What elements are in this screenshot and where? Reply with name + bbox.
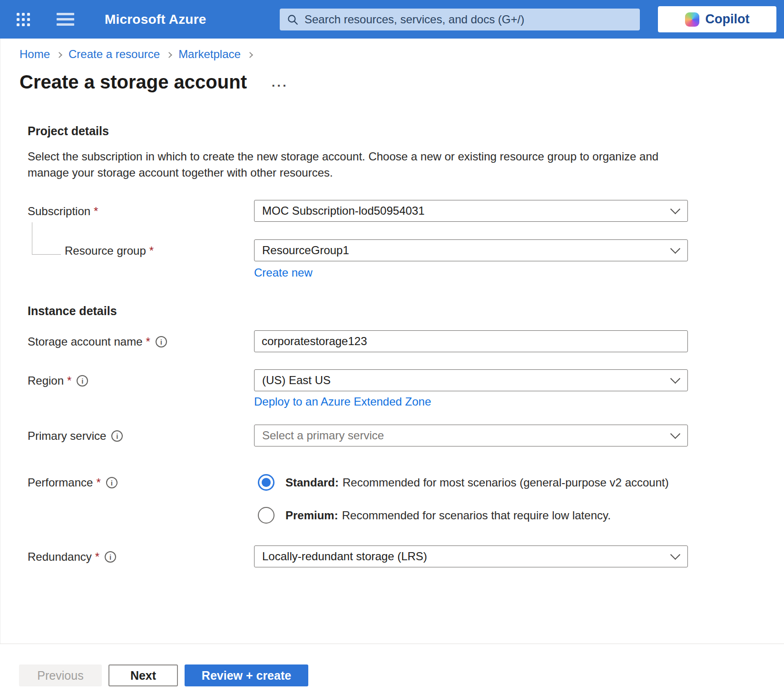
performance-option-premium[interactable]: Premium:Recommended for scenarios that r…: [258, 507, 730, 524]
primary-service-placeholder: Select a primary service: [262, 429, 384, 442]
option-name: Standard:: [285, 476, 339, 489]
more-options-icon[interactable]: ···: [272, 83, 288, 88]
radio-selected-icon[interactable]: [258, 474, 274, 491]
storage-account-name-row: Storage account name *: [20, 330, 784, 352]
project-details-heading: Project details: [28, 124, 784, 138]
radio-unselected-icon[interactable]: [258, 507, 274, 524]
project-details-description: Select the subscription in which to crea…: [28, 149, 689, 181]
region-value: (US) East US: [262, 374, 331, 387]
next-button[interactable]: Next: [108, 664, 178, 686]
redundancy-label: Redundancy *: [20, 545, 254, 564]
create-new-link[interactable]: Create new: [254, 266, 313, 279]
region-dropdown[interactable]: (US) East US: [254, 369, 688, 391]
chevron-right-icon: [166, 52, 172, 58]
instance-details-heading: Instance details: [28, 304, 784, 318]
chevron-down-icon: [670, 373, 680, 383]
resource-group-row: Resource group * ResourceGroup1: [20, 239, 784, 261]
wizard-footer: Previous Next Review + create: [0, 644, 784, 694]
resource-group-value: ResourceGroup1: [262, 244, 349, 257]
storage-account-name-input[interactable]: [254, 330, 688, 352]
required-asterisk: *: [146, 335, 150, 348]
parent-child-connector: [32, 222, 61, 255]
search-icon: [286, 13, 299, 26]
required-asterisk: *: [149, 244, 154, 258]
breadcrumb-home[interactable]: Home: [20, 48, 50, 61]
required-asterisk: *: [95, 550, 99, 564]
azure-portal-page: Microsoft Azure Copilot Home Create a re…: [0, 0, 784, 694]
deploy-extended-zone-row: Deploy to an Azure Extended Zone: [254, 395, 784, 408]
previous-button[interactable]: Previous: [19, 664, 102, 686]
create-new-row: Create new: [254, 266, 784, 279]
chevron-right-icon: [247, 52, 253, 58]
subscription-label: Subscription *: [20, 200, 254, 218]
subscription-value: MOC Subscription-lod50954031: [262, 204, 425, 218]
region-row: Region * (US) East US: [20, 369, 784, 391]
info-icon[interactable]: [156, 336, 167, 347]
breadcrumb-marketplace[interactable]: Marketplace: [178, 48, 241, 61]
breadcrumb-create-a-resource[interactable]: Create a resource: [69, 48, 160, 61]
option-name: Premium:: [285, 509, 338, 522]
primary-service-row: Primary service Select a primary service: [20, 425, 784, 446]
hamburger-menu-icon[interactable]: [57, 13, 74, 26]
copilot-label: Copilot: [706, 12, 750, 27]
global-search[interactable]: [280, 9, 640, 30]
main-content: Home Create a resource Marketplace Creat…: [0, 39, 784, 644]
redundancy-row: Redundancy * Locally-redundant storage (…: [20, 545, 784, 567]
required-asterisk: *: [96, 476, 100, 489]
copilot-button[interactable]: Copilot: [658, 6, 776, 32]
region-label: Region *: [20, 369, 254, 387]
info-icon[interactable]: [77, 375, 88, 387]
info-icon[interactable]: [105, 551, 116, 563]
app-launcher-icon[interactable]: [17, 13, 30, 26]
required-asterisk: *: [67, 374, 71, 387]
option-description: Recommended for scenarios that require l…: [342, 509, 611, 522]
option-description: Recommended for most scenarios (general-…: [343, 476, 669, 489]
brand-title[interactable]: Microsoft Azure: [105, 12, 206, 27]
chevron-down-icon: [670, 428, 680, 438]
performance-option-standard[interactable]: Standard:Recommended for most scenarios …: [258, 474, 730, 491]
primary-service-dropdown[interactable]: Select a primary service: [254, 425, 688, 446]
review-create-button[interactable]: Review + create: [185, 664, 308, 686]
chevron-down-icon: [670, 549, 680, 559]
deploy-extended-zone-link[interactable]: Deploy to an Azure Extended Zone: [254, 395, 431, 408]
info-icon[interactable]: [106, 477, 118, 488]
chevron-down-icon: [670, 204, 680, 214]
subscription-row: Subscription * MOC Subscription-lod50954…: [20, 200, 784, 222]
resource-group-dropdown[interactable]: ResourceGroup1: [254, 239, 688, 261]
search-input[interactable]: [304, 13, 633, 26]
redundancy-value: Locally-redundant storage (LRS): [262, 550, 427, 563]
top-bar: Microsoft Azure Copilot: [0, 0, 784, 39]
info-icon[interactable]: [111, 430, 123, 442]
required-asterisk: *: [94, 205, 98, 218]
breadcrumb: Home Create a resource Marketplace: [20, 39, 784, 61]
performance-options: Standard:Recommended for most scenarios …: [254, 471, 730, 524]
storage-account-name-label: Storage account name *: [20, 330, 254, 348]
primary-service-label: Primary service: [20, 425, 254, 443]
chevron-down-icon: [670, 243, 680, 253]
subscription-dropdown[interactable]: MOC Subscription-lod50954031: [254, 200, 688, 222]
redundancy-dropdown[interactable]: Locally-redundant storage (LRS): [254, 545, 688, 567]
performance-row: Performance * Standard:Recommended for m…: [20, 471, 784, 524]
performance-label: Performance *: [20, 471, 254, 489]
title-row: Create a storage account ···: [20, 71, 784, 93]
chevron-right-icon: [56, 52, 62, 58]
copilot-icon: [685, 12, 699, 27]
page-title: Create a storage account: [20, 71, 247, 93]
